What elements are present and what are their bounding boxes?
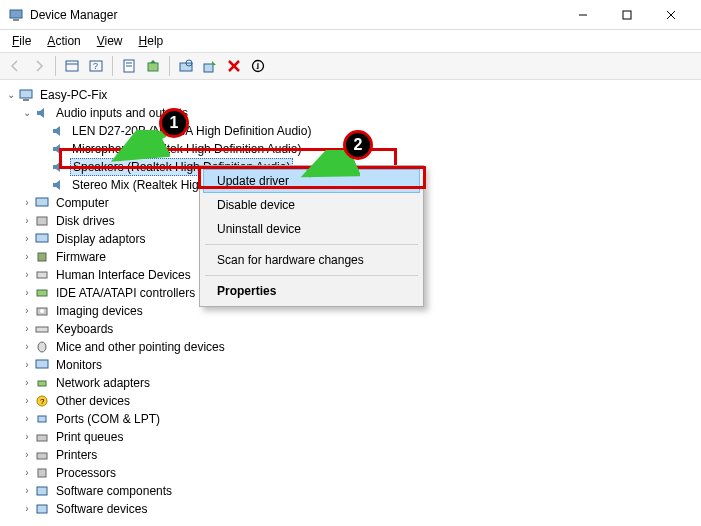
maximize-button[interactable] bbox=[605, 1, 649, 29]
chevron-right-icon[interactable]: › bbox=[20, 447, 34, 463]
cat-label[interactable]: Software components bbox=[54, 483, 174, 499]
cat-label[interactable]: Imaging devices bbox=[54, 303, 145, 319]
tree-cat-swcomponents[interactable]: ›Software components bbox=[4, 482, 697, 500]
show-hide-console-button[interactable] bbox=[61, 55, 83, 77]
tree-cat-swdevices[interactable]: ›Software devices bbox=[4, 500, 697, 518]
back-button[interactable] bbox=[4, 55, 26, 77]
menu-disable-device[interactable]: Disable device bbox=[203, 193, 420, 217]
cat-label[interactable]: Print queues bbox=[54, 429, 125, 445]
speaker-icon bbox=[50, 141, 66, 157]
printer-icon bbox=[34, 429, 50, 445]
cat-label[interactable]: Ports (COM & LPT) bbox=[54, 411, 162, 427]
item-label[interactable]: LEN D27-20B (NVIDIA High Definition Audi… bbox=[70, 123, 313, 139]
tree-cat-monitors[interactable]: ›Monitors bbox=[4, 356, 697, 374]
cat-label[interactable]: Other devices bbox=[54, 393, 132, 409]
tree-cat-other[interactable]: ›?Other devices bbox=[4, 392, 697, 410]
uninstall-device-button[interactable] bbox=[223, 55, 245, 77]
tree-cat-mice[interactable]: ›Mice and other pointing devices bbox=[4, 338, 697, 356]
other-icon: ? bbox=[34, 393, 50, 409]
chevron-right-icon[interactable]: › bbox=[20, 285, 34, 301]
window-controls bbox=[561, 1, 693, 29]
help-button[interactable]: ? bbox=[85, 55, 107, 77]
chevron-down-icon[interactable]: ⌄ bbox=[4, 87, 18, 103]
chevron-right-icon[interactable]: › bbox=[20, 357, 34, 373]
svg-rect-32 bbox=[36, 198, 48, 206]
chevron-right-icon[interactable]: › bbox=[20, 339, 34, 355]
tree-root[interactable]: ⌄ Easy-PC-Fix bbox=[4, 86, 697, 104]
network-icon bbox=[34, 375, 50, 391]
chevron-right-icon[interactable]: › bbox=[20, 429, 34, 445]
svg-marker-27 bbox=[37, 108, 44, 118]
menu-properties[interactable]: Properties bbox=[203, 279, 420, 303]
menu-action[interactable]: Action bbox=[41, 32, 86, 50]
chevron-right-icon[interactable]: › bbox=[20, 213, 34, 229]
chevron-right-icon[interactable]: › bbox=[20, 411, 34, 427]
disable-device-button[interactable]: ↓ bbox=[247, 55, 269, 77]
cat-label[interactable]: Computer bbox=[54, 195, 111, 211]
tree-cat-printqueues[interactable]: ›Print queues bbox=[4, 428, 697, 446]
svg-marker-31 bbox=[53, 180, 60, 190]
tree-cat-network[interactable]: ›Network adapters bbox=[4, 374, 697, 392]
menu-help[interactable]: Help bbox=[133, 32, 170, 50]
menu-separator bbox=[205, 244, 418, 245]
cat-label[interactable]: Monitors bbox=[54, 357, 104, 373]
svg-point-39 bbox=[40, 309, 44, 313]
chevron-right-icon[interactable]: › bbox=[20, 231, 34, 247]
menu-file[interactable]: File bbox=[6, 32, 37, 50]
chevron-right-icon[interactable]: › bbox=[20, 501, 34, 517]
keyboard-icon bbox=[34, 321, 50, 337]
scan-hardware-button[interactable] bbox=[175, 55, 197, 77]
software-icon bbox=[34, 483, 50, 499]
svg-text:?: ? bbox=[40, 397, 45, 406]
svg-rect-34 bbox=[36, 234, 48, 242]
chevron-right-icon[interactable]: › bbox=[20, 483, 34, 499]
cat-label[interactable]: Disk drives bbox=[54, 213, 117, 229]
menu-uninstall-device[interactable]: Uninstall device bbox=[203, 217, 420, 241]
chevron-right-icon[interactable]: › bbox=[20, 267, 34, 283]
chevron-right-icon[interactable]: › bbox=[20, 195, 34, 211]
svg-rect-49 bbox=[38, 469, 46, 477]
update-driver-toolbar-button[interactable] bbox=[142, 55, 164, 77]
chevron-right-icon[interactable]: › bbox=[20, 393, 34, 409]
item-label[interactable]: Microphone (Realtek High Definition Audi… bbox=[70, 141, 303, 157]
computer-icon bbox=[18, 87, 34, 103]
cat-label[interactable]: Human Interface Devices bbox=[54, 267, 193, 283]
chevron-right-icon[interactable]: › bbox=[20, 303, 34, 319]
chevron-right-icon[interactable]: › bbox=[20, 321, 34, 337]
tree-cat-keyboards[interactable]: ›Keyboards bbox=[4, 320, 697, 338]
properties-button[interactable] bbox=[118, 55, 140, 77]
chevron-right-icon[interactable]: › bbox=[20, 465, 34, 481]
enable-device-button[interactable] bbox=[199, 55, 221, 77]
root-label[interactable]: Easy-PC-Fix bbox=[38, 87, 109, 103]
cat-label[interactable]: Software devices bbox=[54, 501, 149, 517]
svg-rect-42 bbox=[36, 360, 48, 368]
menu-scan-hardware[interactable]: Scan for hardware changes bbox=[203, 248, 420, 272]
cat-label[interactable]: Firmware bbox=[54, 249, 108, 265]
cat-label[interactable]: Network adapters bbox=[54, 375, 152, 391]
annotation-badge-1: 1 bbox=[159, 108, 189, 138]
forward-button[interactable] bbox=[28, 55, 50, 77]
cat-label[interactable]: Processors bbox=[54, 465, 118, 481]
chevron-down-icon[interactable]: ⌄ bbox=[20, 105, 34, 121]
tree-cat-processors[interactable]: ›Processors bbox=[4, 464, 697, 482]
display-icon bbox=[34, 231, 50, 247]
cat-label[interactable]: Mice and other pointing devices bbox=[54, 339, 227, 355]
tree-cat-ports[interactable]: ›Ports (COM & LPT) bbox=[4, 410, 697, 428]
chevron-right-icon[interactable]: › bbox=[20, 375, 34, 391]
svg-rect-48 bbox=[37, 453, 47, 459]
close-button[interactable] bbox=[649, 1, 693, 29]
cat-label[interactable]: IDE ATA/ATAPI controllers bbox=[54, 285, 197, 301]
menu-update-driver[interactable]: Update driver bbox=[203, 169, 420, 193]
svg-marker-30 bbox=[53, 162, 60, 172]
cat-label[interactable]: Display adaptors bbox=[54, 231, 147, 247]
svg-rect-26 bbox=[23, 99, 29, 101]
minimize-button[interactable] bbox=[561, 1, 605, 29]
port-icon bbox=[34, 411, 50, 427]
tree-cat-printers[interactable]: ›Printers bbox=[4, 446, 697, 464]
chevron-right-icon[interactable]: › bbox=[20, 249, 34, 265]
tree-cat-audio[interactable]: ⌄ Audio inputs and outputs bbox=[4, 104, 697, 122]
cat-label[interactable]: Printers bbox=[54, 447, 99, 463]
svg-rect-50 bbox=[37, 487, 47, 495]
cat-label[interactable]: Keyboards bbox=[54, 321, 115, 337]
menu-view[interactable]: View bbox=[91, 32, 129, 50]
